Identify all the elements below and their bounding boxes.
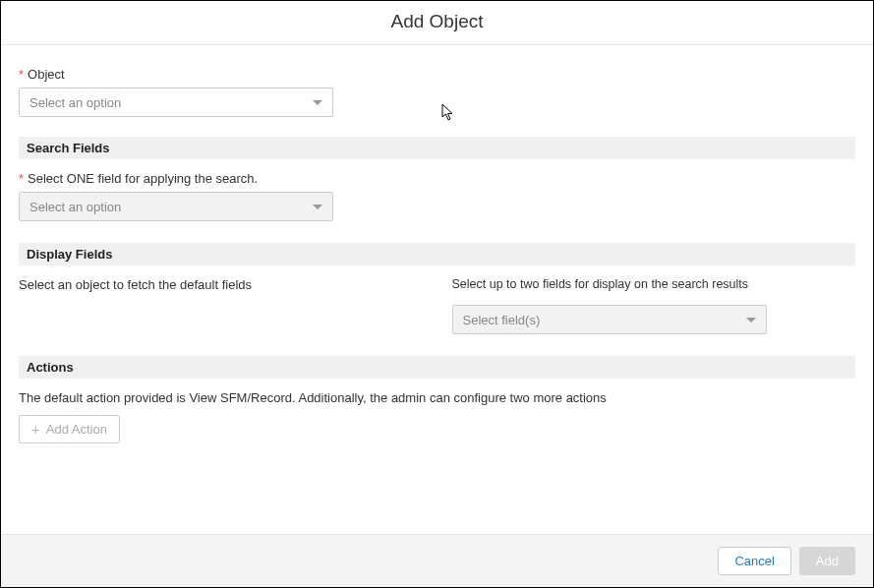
display-fields-body: Select an object to fetch the default fi… (19, 277, 855, 356)
add-button[interactable]: Add (799, 547, 855, 575)
display-fields-select[interactable]: Select field(s) (452, 305, 767, 334)
search-fields-select-placeholder: Select an option (29, 200, 121, 214)
plus-icon: + (31, 422, 40, 437)
chevron-down-icon (746, 318, 756, 323)
search-fields-label: *Select ONE field for applying the searc… (19, 171, 855, 186)
required-asterisk-icon: * (19, 67, 24, 82)
chevron-down-icon (313, 205, 322, 209)
object-field-label: *Object (19, 67, 855, 82)
display-fields-right-hint: Select up to two fields for display on t… (452, 277, 749, 291)
dialog-header: Add Object (1, 1, 873, 45)
cancel-button[interactable]: Cancel (718, 547, 790, 575)
search-fields-header: Search Fields (19, 137, 855, 159)
object-label-text: Object (28, 67, 65, 82)
required-asterisk-icon: * (19, 171, 24, 186)
object-select[interactable]: Select an option (19, 88, 333, 117)
chevron-down-icon (313, 100, 322, 105)
search-fields-body: *Select ONE field for applying the searc… (19, 171, 855, 243)
add-action-button[interactable]: + Add Action (19, 415, 120, 443)
dialog-body: *Object Select an option Search Fields *… (1, 45, 873, 465)
dialog-title: Add Object (1, 11, 873, 32)
dialog-footer: Cancel Add (1, 534, 873, 587)
search-fields-select[interactable]: Select an option (19, 192, 333, 221)
display-fields-header: Display Fields (19, 243, 855, 265)
object-select-placeholder: Select an option (29, 95, 121, 110)
display-fields-select-placeholder: Select field(s) (463, 313, 541, 327)
add-action-label: Add Action (46, 422, 107, 437)
search-fields-label-text: Select ONE field for applying the search… (28, 171, 258, 186)
actions-body: The default action provided is View SFM/… (19, 390, 855, 465)
actions-description: The default action provided is View SFM/… (19, 390, 855, 405)
actions-header: Actions (19, 356, 855, 379)
object-field-row: *Object Select an option (19, 67, 855, 117)
display-fields-left-text: Select an object to fetch the default fi… (19, 277, 423, 292)
